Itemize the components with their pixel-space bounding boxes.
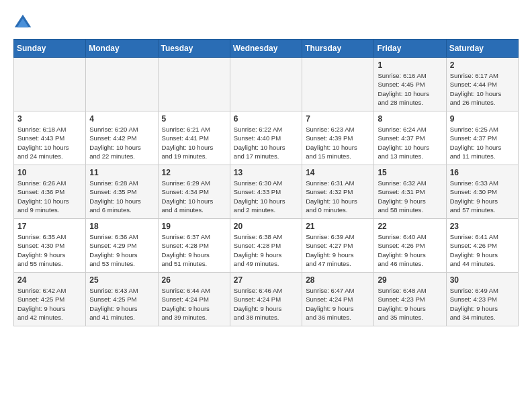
day-number: 1 xyxy=(378,60,442,70)
day-info: Sunrise: 6:30 AM Sunset: 4:33 PM Dayligh… xyxy=(234,179,298,214)
day-number: 20 xyxy=(234,222,298,231)
day-cell xyxy=(302,58,374,111)
day-cell: 2Sunrise: 6:17 AM Sunset: 4:44 PM Daylig… xyxy=(446,58,518,111)
day-cell: 1Sunrise: 6:16 AM Sunset: 4:45 PM Daylig… xyxy=(374,58,446,111)
day-info: Sunrise: 6:26 AM Sunset: 4:36 PM Dayligh… xyxy=(17,179,82,214)
day-number: 18 xyxy=(89,222,154,231)
day-info: Sunrise: 6:24 AM Sunset: 4:37 PM Dayligh… xyxy=(378,125,442,161)
day-number: 9 xyxy=(450,114,515,124)
col-header-tuesday: Tuesday xyxy=(158,40,230,58)
col-header-thursday: Thursday xyxy=(302,40,374,58)
day-cell: 17Sunrise: 6:35 AM Sunset: 4:30 PM Dayli… xyxy=(14,219,86,273)
day-number: 3 xyxy=(17,114,82,124)
day-number: 30 xyxy=(450,275,515,285)
day-cell: 12Sunrise: 6:29 AM Sunset: 4:34 PM Dayli… xyxy=(158,165,230,219)
day-info: Sunrise: 6:31 AM Sunset: 4:32 PM Dayligh… xyxy=(306,179,370,214)
day-cell: 16Sunrise: 6:33 AM Sunset: 4:30 PM Dayli… xyxy=(446,165,518,219)
day-number: 27 xyxy=(234,275,298,285)
day-cell: 15Sunrise: 6:32 AM Sunset: 4:31 PM Dayli… xyxy=(374,165,446,219)
day-cell: 23Sunrise: 6:41 AM Sunset: 4:26 PM Dayli… xyxy=(446,219,518,273)
day-cell: 30Sunrise: 6:49 AM Sunset: 4:23 PM Dayli… xyxy=(446,273,518,326)
day-info: Sunrise: 6:28 AM Sunset: 4:35 PM Dayligh… xyxy=(89,179,154,214)
day-info: Sunrise: 6:33 AM Sunset: 4:30 PM Dayligh… xyxy=(450,179,515,214)
day-number: 28 xyxy=(306,275,370,285)
day-cell: 14Sunrise: 6:31 AM Sunset: 4:32 PM Dayli… xyxy=(302,165,374,219)
day-cell: 28Sunrise: 6:47 AM Sunset: 4:24 PM Dayli… xyxy=(302,273,374,326)
day-cell: 24Sunrise: 6:42 AM Sunset: 4:25 PM Dayli… xyxy=(14,273,86,326)
day-cell xyxy=(14,58,86,111)
col-header-saturday: Saturday xyxy=(446,40,518,58)
logo xyxy=(13,13,35,32)
day-info: Sunrise: 6:36 AM Sunset: 4:29 PM Dayligh… xyxy=(89,232,154,268)
day-info: Sunrise: 6:22 AM Sunset: 4:40 PM Dayligh… xyxy=(234,125,298,161)
week-row-1: 1Sunrise: 6:16 AM Sunset: 4:45 PM Daylig… xyxy=(14,58,519,111)
day-cell xyxy=(158,58,230,111)
day-number: 2 xyxy=(450,60,515,70)
col-header-wednesday: Wednesday xyxy=(230,40,302,58)
day-info: Sunrise: 6:21 AM Sunset: 4:41 PM Dayligh… xyxy=(162,125,226,161)
day-number: 17 xyxy=(17,222,82,231)
day-number: 13 xyxy=(234,168,298,177)
day-cell: 22Sunrise: 6:40 AM Sunset: 4:26 PM Dayli… xyxy=(374,219,446,273)
week-row-2: 3Sunrise: 6:18 AM Sunset: 4:43 PM Daylig… xyxy=(14,111,519,165)
day-cell: 18Sunrise: 6:36 AM Sunset: 4:29 PM Dayli… xyxy=(86,219,158,273)
day-number: 14 xyxy=(306,168,370,177)
day-cell: 6Sunrise: 6:22 AM Sunset: 4:40 PM Daylig… xyxy=(230,111,302,165)
day-number: 10 xyxy=(17,168,82,177)
day-cell: 11Sunrise: 6:28 AM Sunset: 4:35 PM Dayli… xyxy=(86,165,158,219)
day-info: Sunrise: 6:16 AM Sunset: 4:45 PM Dayligh… xyxy=(378,71,442,107)
day-info: Sunrise: 6:25 AM Sunset: 4:37 PM Dayligh… xyxy=(450,125,515,161)
week-row-3: 10Sunrise: 6:26 AM Sunset: 4:36 PM Dayli… xyxy=(14,165,519,219)
day-cell: 21Sunrise: 6:39 AM Sunset: 4:27 PM Dayli… xyxy=(302,219,374,273)
calendar-table: SundayMondayTuesdayWednesdayThursdayFrid… xyxy=(13,39,519,326)
day-number: 25 xyxy=(89,275,154,285)
day-cell: 10Sunrise: 6:26 AM Sunset: 4:36 PM Dayli… xyxy=(14,165,86,219)
day-number: 24 xyxy=(17,275,82,285)
col-header-monday: Monday xyxy=(86,40,158,58)
day-info: Sunrise: 6:18 AM Sunset: 4:43 PM Dayligh… xyxy=(17,125,82,161)
day-info: Sunrise: 6:48 AM Sunset: 4:23 PM Dayligh… xyxy=(378,286,442,322)
day-info: Sunrise: 6:46 AM Sunset: 4:24 PM Dayligh… xyxy=(234,286,298,322)
day-info: Sunrise: 6:32 AM Sunset: 4:31 PM Dayligh… xyxy=(378,179,442,214)
day-cell: 9Sunrise: 6:25 AM Sunset: 4:37 PM Daylig… xyxy=(446,111,518,165)
day-cell xyxy=(86,58,158,111)
day-cell: 4Sunrise: 6:20 AM Sunset: 4:42 PM Daylig… xyxy=(86,111,158,165)
day-cell: 7Sunrise: 6:23 AM Sunset: 4:39 PM Daylig… xyxy=(302,111,374,165)
col-header-friday: Friday xyxy=(374,40,446,58)
day-cell: 26Sunrise: 6:44 AM Sunset: 4:24 PM Dayli… xyxy=(158,273,230,326)
day-info: Sunrise: 6:23 AM Sunset: 4:39 PM Dayligh… xyxy=(306,125,370,161)
day-cell: 13Sunrise: 6:30 AM Sunset: 4:33 PM Dayli… xyxy=(230,165,302,219)
week-row-5: 24Sunrise: 6:42 AM Sunset: 4:25 PM Dayli… xyxy=(14,273,519,326)
day-cell: 29Sunrise: 6:48 AM Sunset: 4:23 PM Dayli… xyxy=(374,273,446,326)
day-number: 16 xyxy=(450,168,515,177)
day-cell: 8Sunrise: 6:24 AM Sunset: 4:37 PM Daylig… xyxy=(374,111,446,165)
day-number: 11 xyxy=(89,168,154,177)
day-info: Sunrise: 6:38 AM Sunset: 4:28 PM Dayligh… xyxy=(234,232,298,268)
day-number: 15 xyxy=(378,168,442,177)
day-info: Sunrise: 6:20 AM Sunset: 4:42 PM Dayligh… xyxy=(89,125,154,161)
day-cell xyxy=(230,58,302,111)
day-info: Sunrise: 6:44 AM Sunset: 4:24 PM Dayligh… xyxy=(162,286,226,322)
day-number: 6 xyxy=(234,114,298,124)
day-info: Sunrise: 6:43 AM Sunset: 4:25 PM Dayligh… xyxy=(89,286,154,322)
day-info: Sunrise: 6:35 AM Sunset: 4:30 PM Dayligh… xyxy=(17,232,82,268)
day-cell: 20Sunrise: 6:38 AM Sunset: 4:28 PM Dayli… xyxy=(230,219,302,273)
day-info: Sunrise: 6:37 AM Sunset: 4:28 PM Dayligh… xyxy=(162,232,226,268)
day-number: 26 xyxy=(162,275,226,285)
day-number: 5 xyxy=(162,114,226,124)
day-cell: 5Sunrise: 6:21 AM Sunset: 4:41 PM Daylig… xyxy=(158,111,230,165)
day-number: 8 xyxy=(378,114,442,124)
day-number: 22 xyxy=(378,222,442,231)
page-header xyxy=(13,13,519,32)
day-number: 12 xyxy=(162,168,226,177)
day-info: Sunrise: 6:40 AM Sunset: 4:26 PM Dayligh… xyxy=(378,232,442,268)
day-cell: 27Sunrise: 6:46 AM Sunset: 4:24 PM Dayli… xyxy=(230,273,302,326)
day-info: Sunrise: 6:29 AM Sunset: 4:34 PM Dayligh… xyxy=(162,179,226,214)
day-info: Sunrise: 6:49 AM Sunset: 4:23 PM Dayligh… xyxy=(450,286,515,322)
day-cell: 19Sunrise: 6:37 AM Sunset: 4:28 PM Dayli… xyxy=(158,219,230,273)
day-number: 19 xyxy=(162,222,226,231)
day-number: 23 xyxy=(450,222,515,231)
day-number: 29 xyxy=(378,275,442,285)
day-info: Sunrise: 6:39 AM Sunset: 4:27 PM Dayligh… xyxy=(306,232,370,268)
logo-icon xyxy=(13,13,32,32)
